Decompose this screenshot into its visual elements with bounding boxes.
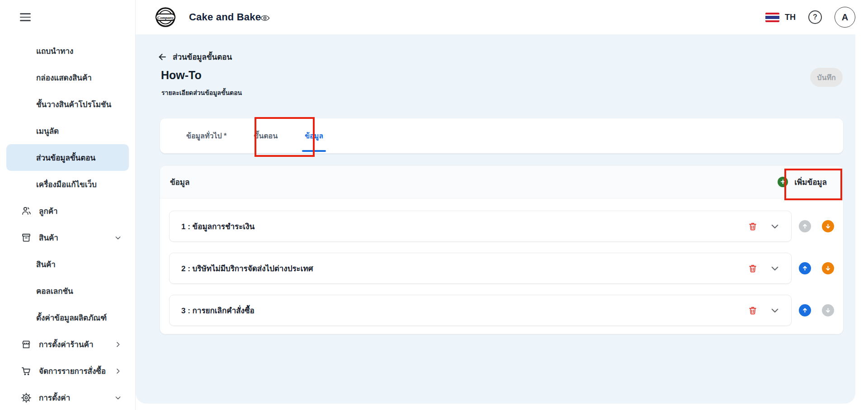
- sidebar-item-product-data-settings[interactable]: ตั้งค่าข้อมูลผลิตภัณฑ์: [0, 304, 135, 331]
- preview-eye-icon[interactable]: [259, 13, 270, 23]
- sidebar-item-label: การตั้งค่าร้านค้า: [39, 338, 93, 350]
- tab-steps[interactable]: ขั้นตอน: [240, 118, 291, 153]
- sidebar-item-products-group[interactable]: สินค้า: [0, 224, 135, 251]
- main-content: ส่วนข้อมูลขั้นตอน How-To รายละเอียดส่วนข…: [136, 34, 855, 404]
- sidebar-item-products[interactable]: สินค้า: [0, 251, 135, 278]
- help-icon[interactable]: ?: [808, 10, 822, 24]
- cart-icon: [21, 366, 32, 377]
- customers-icon: [21, 206, 32, 217]
- sidebar-item-settings[interactable]: การตั้งค่า: [0, 384, 135, 410]
- chevron-down-icon: [114, 234, 122, 241]
- data-row-list: 1 : ข้อมูลการชำระเงิน: [160, 198, 843, 326]
- sidebar-item-customers[interactable]: ลูกค้า: [0, 198, 135, 224]
- site-title: Cake and Bake: [189, 0, 261, 34]
- panel-title: ข้อมูล: [170, 176, 189, 188]
- chevron-down-icon[interactable]: [770, 222, 779, 231]
- language-switcher[interactable]: TH: [765, 13, 796, 22]
- move-down-button[interactable]: [822, 220, 834, 232]
- sidebar-item-label: สินค้า: [39, 231, 58, 244]
- sidebar-item-label: จัดการรายการสั่งซื้อ: [39, 365, 106, 377]
- storefront-icon: [21, 339, 32, 350]
- data-row: 1 : ข้อมูลการชำระเงิน: [169, 211, 834, 242]
- tab-data[interactable]: ข้อมูล: [291, 118, 337, 153]
- sidebar-item-label: เมนูลัด: [36, 125, 59, 137]
- delete-icon[interactable]: [748, 264, 758, 273]
- svg-text:Company: Company: [157, 15, 174, 20]
- delete-icon[interactable]: [748, 306, 758, 316]
- page-title: How-To: [161, 69, 202, 82]
- data-row-card[interactable]: 3 : การยกเลิกคำสั่งซื้อ: [169, 295, 792, 326]
- avatar[interactable]: A: [835, 7, 855, 28]
- back-link[interactable]: ส่วนข้อมูลขั้นตอน: [157, 51, 232, 63]
- sidebar-item-label: ชั้นวางสินค้าโปรโมชัน: [36, 98, 111, 110]
- data-panel: ข้อมูล + เพิ่มข้อมูล 1 : ข้อมูลการชำระเง…: [160, 166, 843, 334]
- sidebar-item-web-editor-tools[interactable]: เครื่องมือแก้ไขเว็บ: [0, 171, 135, 198]
- sidebar-item-promotion-shelf[interactable]: ชั้นวางสินค้าโปรโมชัน: [0, 91, 135, 118]
- products-box-icon: [21, 232, 32, 243]
- save-button[interactable]: บันทึก: [810, 68, 843, 87]
- sidebar-item-label: แถบนำทาง: [36, 45, 73, 57]
- data-row-label: 1 : ข้อมูลการชำระเงิน: [181, 220, 735, 232]
- app-screen: Company Cake and Bake TH ? A แถบนำทาง: [0, 0, 868, 410]
- page-subtitle: รายละเอียดส่วนข้อมูลขั้นตอน: [161, 88, 242, 98]
- add-data-label: เพิ่มข้อมูล: [794, 176, 827, 188]
- company-logo: Company: [155, 7, 176, 28]
- data-panel-header: ข้อมูล + เพิ่มข้อมูล: [160, 166, 843, 198]
- data-row-label: 3 : การยกเลิกคำสั่งซื้อ: [181, 304, 735, 316]
- chevron-right-icon: [114, 368, 122, 375]
- data-row: 2 : บริษัทไม่มีบริการจัดส่งไปต่างประเทศ: [169, 253, 834, 284]
- sidebar-item-store-settings[interactable]: การตั้งค่าร้านค้า: [0, 331, 135, 358]
- sidebar-item-label: ตั้งค่าข้อมูลผลิตภัณฑ์: [36, 311, 107, 324]
- sidebar-item-label: เครื่องมือแก้ไขเว็บ: [36, 178, 97, 190]
- move-down-button[interactable]: [822, 262, 834, 274]
- sidebar-item-label: ลูกค้า: [39, 205, 58, 217]
- data-row-label: 2 : บริษัทไม่มีบริการจัดส่งไปต่างประเทศ: [181, 262, 735, 274]
- sidebar-nav: แถบนำทาง กล่องแสดงสินค้า ชั้นวางสินค้าโป…: [0, 38, 135, 410]
- language-label: TH: [785, 13, 796, 22]
- sidebar: แถบนำทาง กล่องแสดงสินค้า ชั้นวางสินค้าโป…: [0, 0, 136, 410]
- sidebar-item-step-info-section[interactable]: ส่วนข้อมูลขั้นตอน: [6, 144, 129, 171]
- tab-general-info[interactable]: ข้อมูลทั่วไป *: [173, 118, 240, 153]
- sidebar-item-label: สินค้า: [36, 258, 56, 270]
- delete-icon[interactable]: [748, 221, 758, 231]
- move-down-button[interactable]: [822, 304, 834, 316]
- sidebar-item-collections[interactable]: คอลเลกชัน: [0, 278, 135, 304]
- data-row-card[interactable]: 2 : บริษัทไม่มีบริการจัดส่งไปต่างประเทศ: [169, 253, 792, 284]
- sidebar-item-product-display-box[interactable]: กล่องแสดงสินค้า: [0, 64, 135, 91]
- chevron-down-icon[interactable]: [770, 264, 779, 273]
- back-link-label: ส่วนข้อมูลขั้นตอน: [173, 51, 232, 63]
- move-up-button[interactable]: [799, 262, 811, 274]
- header-actions: TH ? A: [765, 0, 855, 34]
- sidebar-item-manage-orders[interactable]: จัดการรายการสั่งซื้อ: [0, 358, 135, 384]
- thai-flag-icon: [765, 13, 779, 22]
- hamburger-menu-icon[interactable]: [20, 13, 31, 21]
- back-arrow-icon: [157, 52, 167, 62]
- chevron-down-icon[interactable]: [770, 306, 779, 315]
- data-row: 3 : การยกเลิกคำสั่งซื้อ: [169, 295, 834, 326]
- sidebar-item-label: คอลเลกชัน: [36, 285, 73, 297]
- chevron-down-icon: [114, 394, 122, 401]
- add-data-button[interactable]: + เพิ่มข้อมูล: [778, 176, 827, 188]
- chevron-right-icon: [114, 341, 122, 348]
- sidebar-item-label: กล่องแสดงสินค้า: [36, 71, 92, 84]
- sidebar-item-navigation-bar[interactable]: แถบนำทาง: [0, 38, 135, 64]
- move-up-button[interactable]: [799, 220, 811, 232]
- gear-icon: [21, 392, 32, 403]
- sidebar-item-label: การตั้งค่า: [39, 391, 70, 404]
- sidebar-item-quick-menu[interactable]: เมนูลัด: [0, 118, 135, 144]
- data-row-card[interactable]: 1 : ข้อมูลการชำระเงิน: [169, 211, 792, 242]
- sidebar-item-label: ส่วนข้อมูลขั้นตอน: [36, 151, 95, 164]
- tab-bar: ข้อมูลทั่วไป * ขั้นตอน ข้อมูล: [160, 118, 843, 154]
- move-up-button[interactable]: [799, 304, 811, 316]
- plus-circle-icon: +: [778, 177, 788, 187]
